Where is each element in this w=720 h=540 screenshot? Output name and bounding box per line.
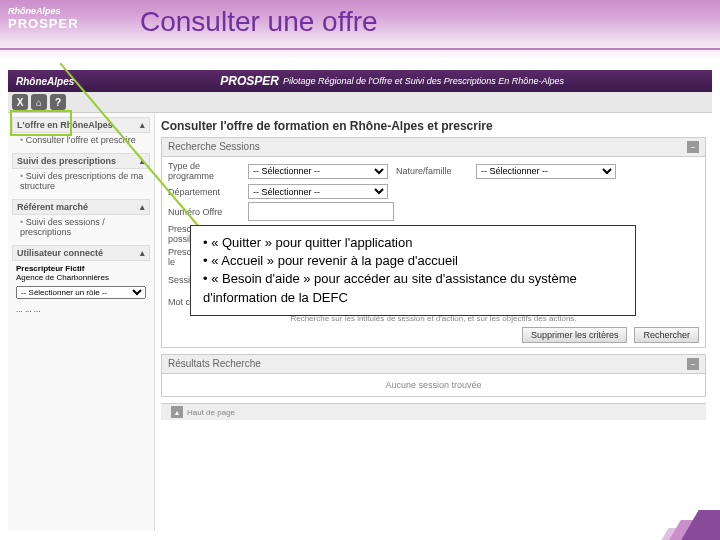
app-brand-name: PROSPER — [220, 74, 279, 88]
sidebar-section-user[interactable]: Utilisateur connecté▴ — [12, 245, 150, 261]
quit-button[interactable]: X — [12, 94, 28, 110]
home-button[interactable]: ⌂ — [31, 94, 47, 110]
slide-brand: RhôneAlpes PROSPER — [8, 6, 79, 31]
brand-app: PROSPER — [8, 16, 79, 31]
title-underline — [0, 48, 720, 50]
app-tagline: Pilotage Régional de l'Offre et Suivi de… — [283, 76, 564, 86]
sidebar-section-offre[interactable]: L'offre en RhôneAlpes▴ — [12, 117, 150, 133]
callout-line-3: • « Besoin d'aide » pour accéder au site… — [203, 270, 623, 306]
sidebar-item-consulter[interactable]: Consulter l'offre et prescrire — [12, 133, 150, 147]
callout-box: • « Quitter » pour quitter l'application… — [190, 225, 636, 316]
sidebar-item-suivi[interactable]: Suivi des prescriptions de ma structure — [12, 169, 150, 193]
help-button[interactable]: ? — [50, 94, 66, 110]
page-title: Consulter l'offre de formation en Rhône-… — [161, 119, 706, 133]
label-departement: Département — [168, 187, 248, 197]
user-name: Prescripteur Fictif — [16, 264, 146, 273]
no-results-text: Aucune session trouvée — [162, 374, 705, 396]
label-type-programme: Type de programme — [168, 161, 248, 181]
collapse-icon[interactable]: − — [687, 358, 699, 370]
callout-line-1: • « Quitter » pour quitter l'application — [203, 234, 623, 252]
select-nature[interactable]: -- Sélectionner -- — [476, 164, 616, 179]
footer-text[interactable]: Haut de page — [187, 408, 235, 417]
brand-region: RhôneAlpes — [8, 6, 79, 16]
clear-button[interactable]: Supprimer les critères — [522, 327, 628, 343]
results-panel-title: Résultats Recherche — [168, 358, 261, 370]
callout-line-2: • « Accueil » pour revenir à la page d'a… — [203, 252, 623, 270]
sidebar-section-referent[interactable]: Référent marché▴ — [12, 199, 150, 215]
app-brand-region: RhôneAlpes — [16, 76, 74, 87]
select-type-programme[interactable]: -- Sélectionner -- — [248, 164, 388, 179]
corner-decoration — [640, 510, 720, 540]
sidebar: L'offre en RhôneAlpes▴ Consulter l'offre… — [8, 113, 155, 531]
footer: ▴ Haut de page — [161, 403, 706, 420]
results-panel: Résultats Recherche− Aucune session trou… — [161, 354, 706, 397]
role-select[interactable]: -- Sélectionner un rôle -- — [16, 286, 146, 299]
user-dots: ... ... ... — [16, 305, 146, 314]
app-header: RhôneAlpes PROSPER Pilotage Régional de … — [8, 70, 712, 92]
select-departement[interactable]: -- Sélectionner -- — [248, 184, 388, 199]
app-toolbar: X ⌂ ? — [8, 92, 712, 113]
search-panel-title: Recherche Sessions — [168, 141, 260, 153]
top-icon[interactable]: ▴ — [171, 406, 183, 418]
user-agency: Agence de Charbonnières — [16, 273, 146, 282]
collapse-icon[interactable]: − — [687, 141, 699, 153]
label-nature: Nature/famille — [396, 166, 476, 176]
input-numero-offre[interactable] — [248, 202, 394, 221]
sidebar-section-suivi[interactable]: Suivi des prescriptions▴ — [12, 153, 150, 169]
slide-title: Consulter une offre — [140, 6, 378, 38]
main-content: Consulter l'offre de formation en Rhône-… — [155, 113, 712, 531]
sidebar-item-sessions[interactable]: Suivi des sessions / prescriptions — [12, 215, 150, 239]
label-numero-offre: Numéro Offre — [168, 207, 248, 217]
search-button[interactable]: Rechercher — [634, 327, 699, 343]
